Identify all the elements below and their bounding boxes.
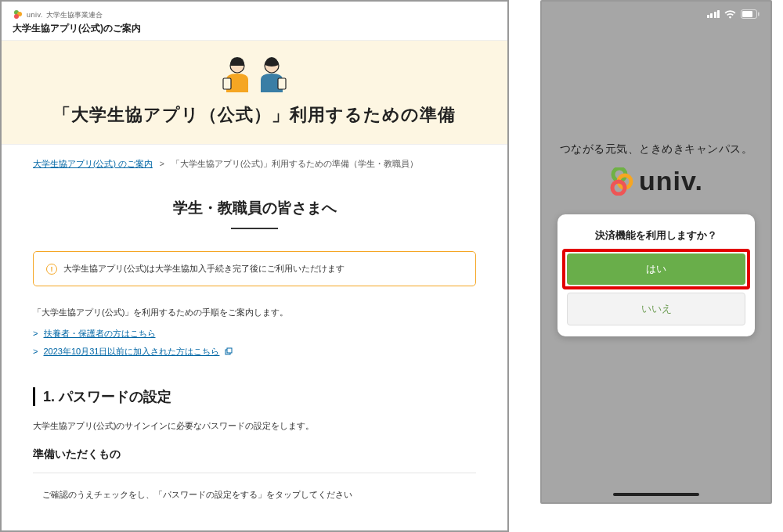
warning-icon: ! <box>46 264 57 275</box>
header-title: 大学生協アプリ(公式)のご案内 <box>13 22 496 35</box>
link-guardian[interactable]: 扶養者・保護者の方はこちら <box>44 329 156 338</box>
subheading-rule <box>231 228 278 229</box>
hero-title: 「大学生協アプリ（公式）」利用するための準備 <box>2 103 507 127</box>
univ-logo-icon <box>609 167 634 196</box>
hero-illustration <box>222 55 287 92</box>
breadcrumb-separator: > <box>160 159 164 168</box>
intro-description: 「大学生協アプリ(公式)」を利用するための手順をご案内します。 <box>33 307 476 318</box>
home-indicator[interactable] <box>613 493 699 496</box>
no-button[interactable]: いいえ <box>567 293 745 325</box>
alert-text: 大学生協アプリ(公式)は大学生協加入手続き完了後にご利用いただけます <box>63 263 345 275</box>
instruction-text: ご確認のうえチェックをし、「パスワードの設定をする」をタップしてください <box>33 489 476 501</box>
hero-banner: 「大学生協アプリ（公式）」利用するための準備 <box>2 40 507 145</box>
section-subheading: 学生・教職員の皆さまへ <box>33 198 476 218</box>
link-row-2: > 2023年10月31日以前に加入された方はこちら <box>33 346 476 358</box>
person-2-icon <box>256 55 287 92</box>
person-1-icon <box>222 55 253 92</box>
svg-rect-6 <box>278 78 286 89</box>
main-content: 大学生協アプリ(公式) のご案内 > 「大学生協アプリ(公式)」利用するための準… <box>2 145 507 530</box>
no-button-label: いいえ <box>641 303 672 315</box>
link-row-1: > 扶養者・保護者の方はこちら <box>33 328 476 340</box>
svg-rect-10 <box>742 11 752 17</box>
link-prior-member[interactable]: 2023年10月31日以前に加入された方はこちら <box>44 347 220 356</box>
svg-point-14 <box>612 182 625 194</box>
section-1-heading: 1. パスワードの設定 <box>33 387 476 406</box>
chevron-right-icon: > <box>33 347 38 356</box>
svg-rect-11 <box>758 13 760 16</box>
dialog-title: 決済機能を利用しますか？ <box>567 228 745 243</box>
breadcrumb-current: 「大学生協アプリ(公式)」利用するための準備（学生・教職員） <box>171 159 418 168</box>
battery-icon <box>741 9 760 19</box>
breadcrumb-link[interactable]: 大学生協アプリ(公式) のご案内 <box>33 159 153 168</box>
splash-logo-text: univ. <box>639 166 703 196</box>
webpage-panel: univ. 大学生協事業連合 大学生協アプリ(公式)のご案内 <box>0 0 509 532</box>
svg-rect-8 <box>227 348 232 353</box>
section-1-desc: 大学生協アプリ(公式)のサインインに必要なパスワードの設定をします。 <box>33 420 476 432</box>
status-bar <box>707 9 760 19</box>
breadcrumb: 大学生協アプリ(公式) のご案内 > 「大学生協アプリ(公式)」利用するための準… <box>33 159 476 170</box>
logo-text: univ. <box>27 11 43 19</box>
alert-box: ! 大学生協アプリ(公式)は大学生協加入手続き完了後にご利用いただけます <box>33 251 476 286</box>
logo-block: univ. 大学生協事業連合 <box>13 9 496 20</box>
svg-rect-4 <box>223 78 231 89</box>
svg-point-2 <box>14 14 19 19</box>
payment-dialog: 決済機能を利用しますか？ はい いいえ <box>557 214 755 336</box>
univ-logo-icon <box>13 9 23 20</box>
splash-logo: univ. <box>609 166 703 196</box>
splash-tagline: つながる元気、ときめきキャンパス。 <box>542 142 770 156</box>
yes-button-label: はい <box>646 263 666 275</box>
yes-button[interactable]: はい <box>567 253 745 285</box>
splash-content: つながる元気、ときめきキャンパス。 univ. <box>542 142 770 199</box>
cellular-signal-icon <box>707 10 720 18</box>
header-subtext: 大学生協事業連合 <box>46 10 103 20</box>
wifi-icon <box>724 10 736 19</box>
page-header: univ. 大学生協事業連合 大学生協アプリ(公式)のご案内 <box>2 2 507 40</box>
prep-subheading: 準備いただくもの <box>33 448 476 462</box>
phone-screen: つながる元気、ときめきキャンパス。 univ. 決済機能を利用しますか？ はい … <box>540 0 772 504</box>
chevron-right-icon: > <box>33 329 38 338</box>
divider <box>33 473 476 473</box>
external-link-icon <box>225 347 233 356</box>
